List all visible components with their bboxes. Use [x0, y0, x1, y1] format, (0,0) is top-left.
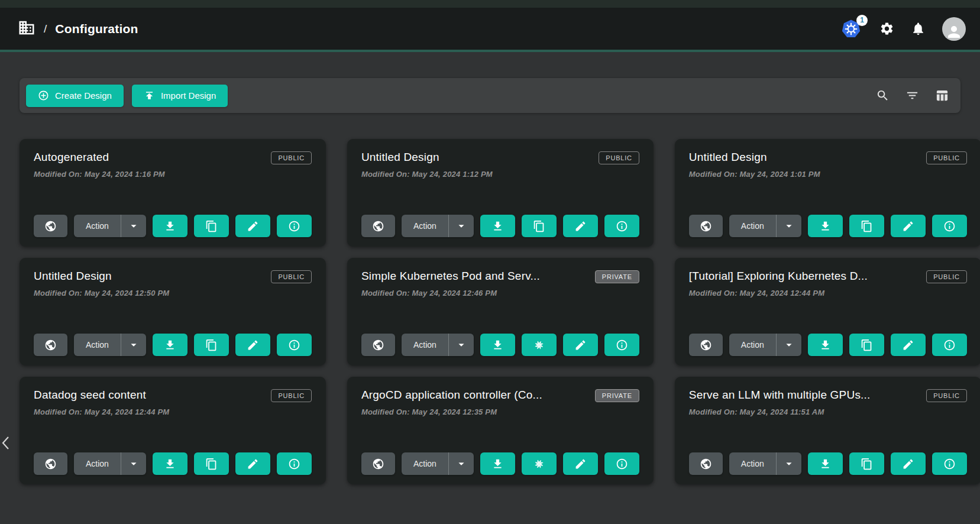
notifications-button[interactable] — [911, 21, 926, 36]
chevron-down-icon — [782, 338, 795, 351]
action-button-label[interactable]: Action — [74, 221, 121, 231]
visibility-globe-button[interactable] — [34, 334, 67, 356]
action-button-label[interactable]: Action — [729, 221, 776, 231]
action-button-label[interactable]: Action — [729, 340, 776, 350]
settings-button[interactable] — [879, 21, 894, 36]
user-avatar[interactable] — [942, 17, 966, 41]
action-split-button[interactable]: Action — [74, 215, 146, 237]
design-title: Serve an LLM with multiple GPUs... — [689, 389, 871, 402]
action-split-button[interactable]: Action — [729, 452, 801, 475]
action-button-label[interactable]: Action — [402, 459, 448, 468]
action-split-button[interactable]: Action — [402, 452, 474, 475]
breadcrumb-separator: / — [44, 22, 47, 35]
action-dropdown-caret[interactable] — [121, 457, 146, 470]
search-button[interactable] — [876, 89, 890, 102]
download-button[interactable] — [480, 452, 515, 475]
action-dropdown-caret[interactable] — [121, 338, 146, 351]
clone-button[interactable] — [522, 334, 557, 356]
organization-building-icon[interactable] — [18, 19, 35, 39]
action-split-button[interactable]: Action — [402, 215, 474, 237]
chevron-down-icon — [782, 457, 795, 470]
download-icon — [491, 339, 504, 351]
clone-button[interactable] — [522, 452, 557, 475]
edit-button[interactable] — [235, 334, 270, 356]
visibility-globe-button[interactable] — [689, 334, 723, 356]
visibility-globe-button[interactable] — [689, 215, 723, 237]
action-dropdown-caret[interactable] — [777, 338, 801, 351]
design-card: Autogenerated PUBLIC Modified On: May 24… — [20, 139, 326, 247]
clone-button[interactable] — [194, 215, 229, 237]
edit-button[interactable] — [563, 452, 598, 475]
info-button[interactable] — [604, 215, 639, 237]
action-button-label[interactable]: Action — [402, 340, 448, 350]
chevron-down-icon — [127, 338, 140, 351]
action-dropdown-caret[interactable] — [777, 219, 801, 232]
filter-button[interactable] — [905, 89, 919, 102]
action-button-label[interactable]: Action — [74, 340, 121, 350]
info-button[interactable] — [277, 334, 312, 356]
page-title: Configuration — [55, 22, 138, 36]
action-split-button[interactable]: Action — [74, 334, 146, 356]
create-design-button[interactable]: Create Design — [26, 85, 124, 107]
info-button[interactable] — [277, 215, 312, 237]
download-button[interactable] — [153, 334, 187, 356]
action-dropdown-caret[interactable] — [449, 338, 474, 351]
add-circle-icon — [38, 90, 49, 101]
info-button[interactable] — [932, 334, 967, 356]
action-split-button[interactable]: Action — [402, 334, 474, 356]
download-button[interactable] — [808, 334, 843, 356]
download-button[interactable] — [153, 215, 187, 237]
action-button-label[interactable]: Action — [74, 459, 121, 468]
download-button[interactable] — [153, 452, 187, 475]
visibility-globe-button[interactable] — [361, 334, 395, 356]
edit-button[interactable] — [235, 215, 270, 237]
action-dropdown-caret[interactable] — [449, 219, 474, 232]
download-button[interactable] — [808, 452, 843, 475]
info-icon — [288, 458, 300, 470]
design-title: [Tutorial] Exploring Kubernetes D... — [689, 270, 868, 283]
info-button[interactable] — [932, 215, 967, 237]
action-dropdown-caret[interactable] — [121, 219, 146, 232]
import-design-button[interactable]: Import Design — [132, 85, 228, 107]
edit-button[interactable] — [891, 452, 926, 475]
clone-button[interactable] — [194, 334, 229, 356]
edit-button[interactable] — [235, 452, 270, 475]
edit-button[interactable] — [563, 215, 598, 237]
clone-button[interactable] — [849, 334, 884, 356]
modified-on-label: Modified On: May 24, 2024 11:51 AM — [689, 407, 967, 416]
edit-button[interactable] — [891, 215, 926, 237]
download-button[interactable] — [808, 215, 843, 237]
download-button[interactable] — [480, 215, 515, 237]
info-button[interactable] — [277, 452, 312, 475]
collapse-drawer-button[interactable] — [0, 434, 12, 454]
action-dropdown-caret[interactable] — [777, 457, 801, 470]
action-split-button[interactable]: Action — [729, 334, 801, 356]
edit-button[interactable] — [891, 334, 926, 356]
action-split-button[interactable]: Action — [74, 452, 146, 475]
action-dropdown-caret[interactable] — [449, 457, 474, 470]
table-view-button[interactable] — [935, 89, 949, 102]
clone-button[interactable] — [849, 452, 884, 475]
action-split-button[interactable]: Action — [729, 215, 801, 237]
copy-icon — [205, 220, 218, 232]
action-button-label[interactable]: Action — [729, 459, 776, 468]
info-button[interactable] — [604, 452, 639, 475]
visibility-globe-button[interactable] — [689, 452, 723, 475]
action-button-label[interactable]: Action — [402, 221, 448, 231]
info-icon — [616, 220, 628, 232]
visibility-globe-button[interactable] — [34, 452, 67, 475]
design-card: Untitled Design PUBLIC Modified On: May … — [20, 258, 326, 365]
kubernetes-context-button[interactable]: 1 — [840, 18, 863, 40]
download-button[interactable] — [480, 334, 515, 356]
clone-button[interactable] — [522, 215, 557, 237]
info-button[interactable] — [932, 452, 967, 475]
info-button[interactable] — [604, 334, 639, 356]
meshery-swirl-icon — [533, 458, 545, 470]
visibility-globe-button[interactable] — [34, 215, 67, 237]
visibility-globe-button[interactable] — [361, 452, 395, 475]
design-card: Simple Kubernetes Pod and Serv... PRIVAT… — [347, 258, 654, 365]
clone-button[interactable] — [194, 452, 229, 475]
visibility-globe-button[interactable] — [361, 215, 395, 237]
clone-button[interactable] — [849, 215, 884, 237]
edit-button[interactable] — [563, 334, 598, 356]
